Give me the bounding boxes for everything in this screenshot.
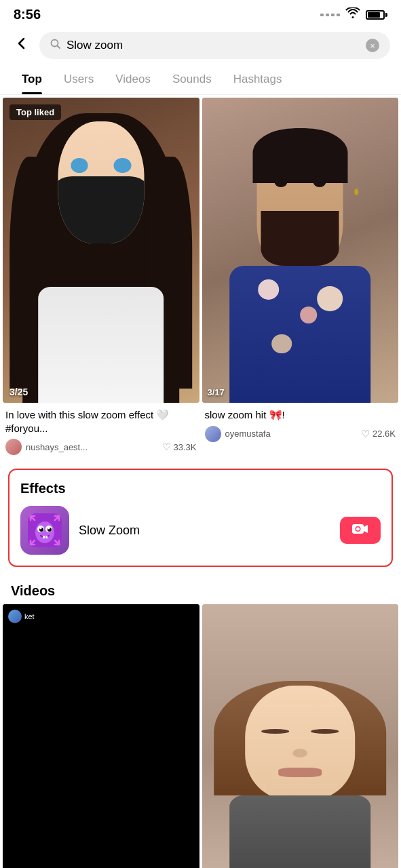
tab-sounds[interactable]: Sounds [161, 64, 223, 94]
bottom-video-2[interactable] [202, 604, 399, 868]
bottom-video-1-username: ket [24, 612, 35, 620]
heart-icon-2: ♡ [361, 428, 370, 440]
like-number-2: 22.6K [373, 429, 396, 439]
back-button[interactable] [11, 33, 33, 58]
heart-icon-1: ♡ [162, 441, 171, 453]
tab-hashtags[interactable]: Hashtags [223, 64, 293, 94]
like-number-1: 33.3K [174, 442, 197, 452]
svg-point-7 [40, 528, 42, 530]
avatar-2 [205, 426, 221, 442]
search-bar: Slow zoom × [0, 26, 401, 64]
slow-zoom-effect-icon [28, 513, 62, 547]
videos-section-title: Videos [0, 575, 401, 604]
video-info-1: In love with this slow zoom effect 🤍 #fo… [3, 403, 199, 458]
search-input-wrap[interactable]: Slow zoom × [39, 32, 390, 59]
video-counter-1: 3/25 [9, 387, 28, 397]
effect-item: Slow Zoom [20, 506, 381, 555]
wifi-icon [345, 7, 360, 22]
search-icon [50, 39, 61, 52]
close-icon: × [370, 41, 375, 51]
effect-name: Slow Zoom [79, 524, 330, 538]
video-meta-2: oyemustafa ♡ 22.6K [205, 426, 396, 442]
svg-rect-9 [43, 536, 45, 538]
video-title-2: slow zoom hit 🎀! [205, 408, 396, 422]
signal-dots-icon [320, 14, 340, 16]
bottom-videos-grid: ket slow zoom [0, 604, 401, 868]
video-thumbnail-2: 3/17 [202, 98, 399, 403]
search-query: Slow zoom [66, 39, 366, 52]
like-count-1: ♡ 33.3K [162, 441, 197, 453]
tabs-bar: Top Users Videos Sounds Hashtags [0, 64, 401, 95]
tab-users[interactable]: Users [53, 64, 104, 94]
video-counter-2: 3/17 [208, 387, 225, 397]
like-count-2: ♡ 22.6K [361, 428, 396, 440]
svg-rect-10 [45, 536, 47, 538]
effect-icon [20, 506, 69, 555]
top-liked-badge: Top liked [9, 104, 61, 120]
clear-search-button[interactable]: × [366, 39, 379, 52]
effects-title: Effects [20, 481, 381, 496]
video-card-1[interactable]: Top liked 3/25 In love with this slow zo… [3, 98, 199, 458]
author-name-2: oyemustafa [225, 429, 271, 439]
video-thumbnail-1: Top liked 3/25 [3, 98, 199, 403]
bottom-video-1-author: ket [8, 610, 35, 623]
effects-section: Effects [8, 469, 393, 567]
video-author-1: nushays_aest... [5, 439, 88, 455]
top-videos-grid: Top liked 3/25 In love with this slow zo… [0, 95, 401, 460]
status-bar: 8:56 [0, 0, 401, 26]
avatar-1 [5, 439, 22, 455]
status-icons [320, 7, 387, 22]
status-time: 8:56 [14, 7, 41, 22]
video-card-2[interactable]: 3/17 slow zoom hit 🎀! oyemustafa ♡ 22.6K [202, 98, 399, 458]
video-meta-1: nushays_aest... ♡ 33.3K [5, 439, 197, 455]
video-author-2: oyemustafa [205, 426, 271, 442]
bottom-video-1-avatar [8, 610, 22, 623]
bottom-video-1[interactable]: ket slow zoom [3, 604, 199, 868]
svg-point-13 [356, 527, 360, 530]
author-name-1: nushays_aest... [26, 442, 88, 452]
camera-icon [352, 522, 368, 539]
video-title-1: In love with this slow zoom effect 🤍 #fo… [5, 408, 197, 435]
tab-top[interactable]: Top [11, 64, 53, 94]
svg-point-8 [48, 528, 50, 530]
video-info-2: slow zoom hit 🎀! oyemustafa ♡ 22.6K [202, 403, 399, 445]
svg-point-2 [35, 521, 54, 543]
tab-videos[interactable]: Videos [104, 64, 161, 94]
battery-icon [366, 10, 387, 20]
effect-record-button[interactable] [340, 517, 381, 544]
